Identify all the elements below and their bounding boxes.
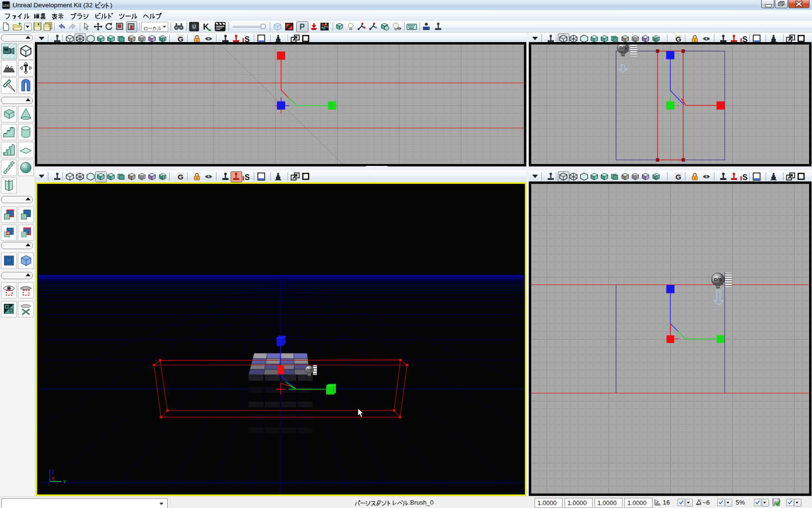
svg-text:G: G: [178, 35, 184, 43]
svg-text:X: X: [52, 477, 55, 482]
svg-text:S: S: [141, 38, 143, 41]
svg-text:D/S: D/S: [620, 45, 627, 50]
svg-text:S: S: [634, 38, 637, 41]
svg-text:S: S: [245, 173, 250, 181]
svg-text:G: G: [676, 35, 682, 43]
svg-text:G: G: [178, 173, 184, 181]
svg-text:S: S: [141, 176, 143, 179]
svg-text:Z: Z: [52, 470, 55, 475]
svg-text:P: P: [300, 23, 305, 31]
svg-text:UDK: UDK: [3, 4, 10, 7]
svg-text:D/S: D/S: [307, 368, 312, 371]
svg-text:Y: Y: [63, 479, 66, 485]
svg-text:S: S: [742, 173, 748, 181]
svg-text:G: G: [676, 173, 682, 181]
svg-text:D/S: D/S: [714, 277, 722, 282]
svg-text:U: U: [192, 24, 196, 30]
svg-text:S: S: [634, 176, 637, 179]
